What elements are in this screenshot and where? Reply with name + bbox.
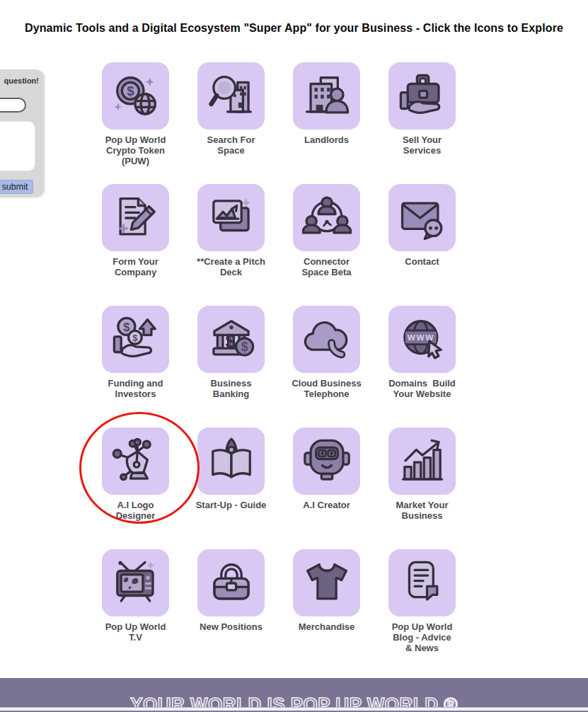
briefcase-hand-icon [398, 71, 447, 121]
label-new-positions: New Positions [200, 621, 263, 632]
svg-text:$: $ [123, 320, 129, 333]
chat-question-label: question! [4, 76, 40, 85]
tile-business-banking[interactable]: $$ [197, 306, 265, 373]
label-form-your-company: Form YourCompany [113, 256, 158, 277]
grid-cell: Contact [374, 184, 470, 306]
coin-globe-icon: $ [111, 71, 161, 121]
grid-cell: $$BusinessBanking [183, 306, 279, 427]
tile-market-your-business[interactable] [388, 427, 456, 495]
document-chat-icon [398, 558, 447, 608]
tile-blog[interactable] [388, 549, 456, 616]
grid-cell: New Positions [183, 549, 279, 671]
tile-merchandise[interactable] [293, 549, 360, 616]
pen-network-icon [111, 437, 161, 486]
grid-cell: $Pop Up WorldCrypto Token(PUW) [88, 62, 183, 184]
grid-cell: Start-Up - Guide [183, 427, 279, 549]
grid-cell: Pop Up WorldBlog - Advice& News [374, 549, 470, 671]
footer: YOUR WORLD IS POP UP WORLD ® [0, 678, 588, 712]
label-sell-your-services: Sell YourServices [403, 134, 442, 156]
footer-divider [0, 707, 588, 711]
tile-new-positions[interactable] [197, 549, 265, 616]
tile-funding-investors[interactable]: $$ [102, 306, 169, 373]
chat-message-textarea[interactable] [0, 121, 35, 171]
svg-text:$: $ [241, 340, 248, 354]
bank-coin-icon: $$ [207, 315, 256, 364]
cloud-phone-icon [302, 315, 352, 364]
tile-sell-your-services[interactable] [388, 62, 456, 130]
bar-chart-growth-icon [398, 437, 447, 486]
tile-landlords[interactable] [293, 62, 360, 130]
label-blog: Pop Up WorldBlog - Advice& News [392, 621, 453, 653]
tile-connector-space-beta[interactable] [293, 184, 360, 251]
grid-cell: Merchandise [279, 549, 374, 671]
magnifier-building-icon [207, 71, 256, 121]
people-network-icon [302, 193, 352, 243]
label-domains-website: Domains BuildYour Website [388, 378, 456, 399]
label-ai-creator: A.I Creator [303, 500, 350, 510]
pitch-deck-icon [207, 193, 256, 243]
tile-cloud-telephone[interactable] [293, 306, 360, 373]
page-title: Dynamic Tools and a Digital Ecosystem "S… [0, 22, 588, 35]
grid-cell: Pop Up WorldT.V [88, 549, 183, 671]
label-ai-logo-designer: A.I LogoDesigner [116, 500, 156, 521]
handbag-icon [207, 558, 256, 608]
grid-cell: wwwDomains BuildYour Website [374, 306, 470, 427]
grid-cell: **Create a PitchDeck [183, 184, 279, 306]
label-contact: Contact [405, 256, 439, 267]
tile-crypto-token[interactable]: $ [102, 62, 169, 130]
tile-domains-website[interactable]: www [388, 306, 456, 373]
tile-create-pitch-deck[interactable] [197, 184, 265, 251]
page: Dynamic Tools and a Digital Ecosystem "S… [0, 0, 588, 712]
label-landlords: Landlords [304, 134, 349, 145]
envelope-chat-icon [398, 193, 447, 243]
book-rocket-icon [207, 437, 256, 486]
grid-cell: Search ForSpace [183, 62, 279, 184]
tile-pop-up-world-tv[interactable] [102, 549, 169, 616]
grid-cell: Market YourBusiness [374, 427, 470, 549]
document-pencil-icon [111, 193, 161, 243]
label-cloud-telephone: Cloud BusinessTelephone [292, 378, 361, 399]
label-search-for-space: Search ForSpace [207, 134, 255, 156]
retro-tv-icon [111, 558, 161, 608]
robot-head-icon [302, 437, 352, 486]
chat-widget: question! submit [0, 69, 44, 197]
svg-text:$: $ [225, 330, 236, 351]
chat-submit-button[interactable]: submit [0, 180, 33, 194]
tile-contact[interactable] [388, 184, 456, 251]
hand-coins-icon: $$ [111, 315, 161, 364]
label-funding-investors: Funding andInvestors [108, 378, 163, 399]
label-connector-space-beta: ConnectorSpace Beta [301, 256, 351, 277]
tile-form-your-company[interactable] [102, 184, 169, 251]
label-merchandise: Merchandise [299, 621, 354, 632]
tools-grid: $Pop Up WorldCrypto Token(PUW)Search For… [88, 62, 470, 671]
label-pop-up-world-tv: Pop Up WorldT.V [105, 621, 166, 643]
chat-name-input[interactable] [0, 98, 26, 113]
building-person-icon [302, 71, 352, 121]
label-crypto-token: Pop Up WorldCrypto Token(PUW) [105, 134, 166, 166]
label-market-your-business: Market YourBusiness [396, 500, 449, 521]
grid-cell: $$Funding andInvestors [88, 306, 183, 427]
tile-ai-creator[interactable] [293, 427, 360, 495]
grid-cell: Landlords [279, 62, 374, 184]
grid-cell: ConnectorSpace Beta [279, 184, 374, 306]
grid-cell: A.I Creator [279, 427, 374, 549]
globe-cursor-icon: www [398, 315, 447, 364]
svg-text:$: $ [127, 83, 134, 98]
tshirt-icon [302, 558, 352, 608]
grid-cell: A.I LogoDesigner [88, 427, 183, 549]
tile-startup-guide[interactable] [197, 427, 265, 495]
tile-search-for-space[interactable] [197, 62, 265, 130]
label-create-pitch-deck: **Create a PitchDeck [197, 256, 265, 277]
label-business-banking: BusinessBanking [211, 378, 252, 399]
label-startup-guide: Start-Up - Guide [196, 500, 267, 510]
grid-cell: Cloud BusinessTelephone [279, 306, 374, 427]
grid-cell: Sell YourServices [374, 62, 470, 184]
svg-text:$: $ [132, 333, 138, 343]
tile-ai-logo-designer[interactable] [102, 427, 169, 495]
grid-cell: Form YourCompany [88, 184, 183, 306]
